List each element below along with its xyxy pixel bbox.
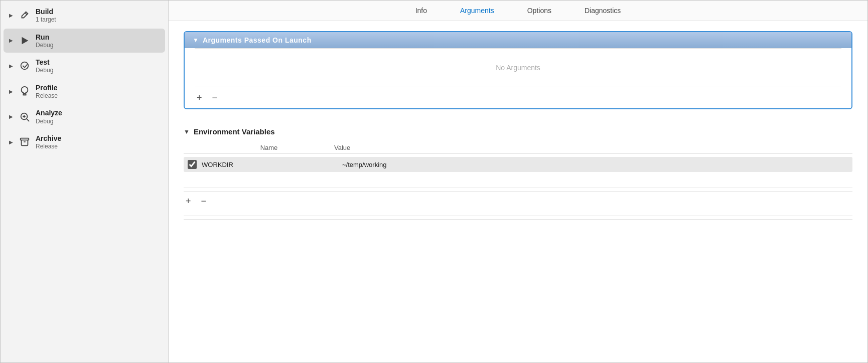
arguments-collapse-arrow[interactable]: ▼ bbox=[193, 37, 199, 44]
env-row-workdir-name: WORKDIR bbox=[202, 161, 342, 168]
sidebar-item-archive[interactable]: ▶ Archive Release bbox=[4, 130, 165, 154]
svg-rect-10 bbox=[21, 138, 29, 140]
sidebar-item-analyze[interactable]: ▶ Analyze Debug bbox=[4, 104, 165, 129]
sidebar-item-test-arrow: ▶ bbox=[8, 62, 15, 69]
archive-icon bbox=[18, 135, 32, 149]
arguments-add-button[interactable]: + bbox=[195, 92, 204, 103]
sidebar-item-build[interactable]: ▶ Build 1 target bbox=[4, 3, 165, 28]
sidebar-item-test-title: Test bbox=[36, 58, 53, 67]
tabs-bar: Info Arguments Options Diagnostics bbox=[169, 1, 867, 21]
env-col-name-header: Name bbox=[184, 144, 334, 151]
bottom-divider-2 bbox=[184, 219, 852, 220]
env-actions: + − bbox=[184, 191, 852, 211]
sidebar-item-test-subtitle: Debug bbox=[36, 67, 53, 74]
sidebar-item-build-arrow: ▶ bbox=[8, 12, 15, 19]
content-area: ▼ Arguments Passed On Launch No Argument… bbox=[169, 21, 867, 362]
env-remove-button[interactable]: − bbox=[199, 196, 209, 207]
env-col-value-header: Value bbox=[334, 144, 852, 151]
env-section-title: Environment Variables bbox=[194, 127, 275, 136]
svg-marker-0 bbox=[22, 37, 29, 45]
env-row-workdir[interactable]: WORKDIR ~/temp/working bbox=[184, 157, 852, 172]
sidebar-item-run-subtitle: Debug bbox=[36, 42, 53, 49]
sidebar-item-build-title: Build bbox=[36, 7, 56, 16]
tab-options[interactable]: Options bbox=[523, 5, 555, 17]
profile-icon bbox=[18, 84, 32, 98]
sidebar-item-run-arrow: ▶ bbox=[8, 37, 15, 44]
arguments-section-header: ▼ Arguments Passed On Launch bbox=[185, 32, 851, 48]
env-row-workdir-checkbox[interactable] bbox=[188, 160, 197, 169]
arguments-actions: + − bbox=[185, 87, 851, 108]
env-table-header: Name Value bbox=[184, 142, 852, 154]
sidebar-item-test[interactable]: ▶ Test Debug bbox=[4, 54, 165, 78]
sidebar-item-analyze-subtitle: Debug bbox=[36, 118, 62, 125]
tab-arguments[interactable]: Arguments bbox=[456, 5, 498, 17]
analyze-icon bbox=[18, 110, 32, 124]
arguments-section-title: Arguments Passed On Launch bbox=[203, 36, 312, 44]
sidebar-item-run[interactable]: ▶ Run Debug bbox=[4, 29, 165, 53]
env-add-button[interactable]: + bbox=[184, 196, 193, 207]
sidebar-item-build-subtitle: 1 target bbox=[36, 16, 56, 23]
arguments-empty-state: No Arguments bbox=[185, 49, 851, 87]
env-collapse-arrow[interactable]: ▼ bbox=[184, 128, 190, 135]
sidebar-item-archive-subtitle: Release bbox=[36, 143, 61, 150]
sidebar-item-profile-title: Profile bbox=[36, 83, 58, 92]
svg-point-1 bbox=[21, 62, 29, 70]
sidebar-item-profile-subtitle: Release bbox=[36, 92, 58, 99]
svg-line-3 bbox=[25, 65, 28, 68]
sidebar-item-analyze-arrow: ▶ bbox=[8, 113, 15, 120]
env-empty-row bbox=[184, 172, 852, 188]
build-icon bbox=[18, 8, 32, 22]
env-variables-section: ▼ Environment Variables Name Value WORKD… bbox=[184, 123, 852, 220]
tab-diagnostics[interactable]: Diagnostics bbox=[581, 5, 625, 17]
sidebar-item-profile[interactable]: ▶ Profile Release bbox=[4, 79, 165, 104]
tab-info[interactable]: Info bbox=[411, 5, 431, 17]
arguments-section: ▼ Arguments Passed On Launch No Argument… bbox=[184, 31, 852, 109]
arguments-remove-button[interactable]: − bbox=[210, 92, 220, 103]
sidebar: ▶ Build 1 target ▶ Run Debug bbox=[1, 1, 169, 362]
sidebar-item-archive-arrow: ▶ bbox=[8, 138, 15, 145]
sidebar-item-analyze-title: Analyze bbox=[36, 108, 62, 117]
main-content: Info Arguments Options Diagnostics ▼ Arg… bbox=[169, 1, 867, 362]
sidebar-item-profile-arrow: ▶ bbox=[8, 88, 15, 95]
env-section-header: ▼ Environment Variables bbox=[184, 123, 852, 142]
svg-line-7 bbox=[27, 118, 29, 121]
env-row-workdir-value: ~/temp/working bbox=[342, 161, 848, 168]
sidebar-item-run-title: Run bbox=[36, 33, 53, 42]
arguments-section-body: No Arguments + − bbox=[185, 48, 851, 108]
run-icon bbox=[18, 34, 32, 48]
sidebar-item-archive-title: Archive bbox=[36, 134, 61, 143]
bottom-divider-1 bbox=[184, 216, 852, 216]
test-icon bbox=[18, 59, 32, 73]
